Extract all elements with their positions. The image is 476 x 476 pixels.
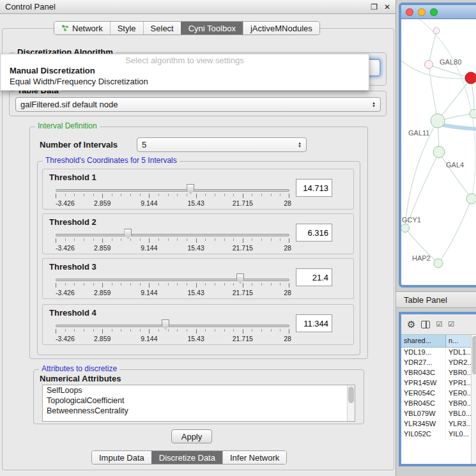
table-row[interactable]: YIL052CYIL0...: [401, 429, 476, 440]
threshold-3-slider[interactable]: -3.426 2.859 9.144 15.43 21.715 28: [56, 273, 289, 297]
threshold-2-value-input[interactable]: [296, 224, 332, 242]
attributes-group-title: Attributes to discretize: [39, 364, 119, 373]
close-panel-icon[interactable]: ✕: [384, 3, 390, 12]
node-label: GAL4: [446, 161, 464, 169]
table-data-combo[interactable]: galFiltered.sif default node ▲▼: [15, 97, 381, 112]
table-row[interactable]: YER054CYER0...: [401, 388, 476, 399]
attributes-list[interactable]: SelfLoops TopologicalCoefficient Between…: [42, 385, 355, 422]
node-label: GAL80: [440, 58, 461, 66]
number-of-intervals-label: Number of Intervals: [40, 140, 118, 150]
tab-jactivemnodules[interactable]: jActiveMNodules: [243, 22, 319, 35]
node-gal80[interactable]: [425, 61, 433, 69]
column-header-shared-name[interactable]: shared...: [401, 335, 446, 347]
bottom-tab-bar: Impute Data Discretize Data Infer Networ…: [91, 450, 287, 464]
threshold-4-slider-thumb[interactable]: [162, 319, 169, 330]
column-selector-icon[interactable]: [421, 321, 430, 328]
select-none-icon[interactable]: ☑: [448, 320, 454, 328]
node-hap2[interactable]: [434, 259, 443, 268]
tab-jactivemnodules-label: jActiveMNodules: [250, 24, 312, 33]
minimize-traffic-light-icon[interactable]: [418, 8, 426, 16]
node-label: GCY1: [402, 216, 421, 224]
table-panel-title: Table Panel: [404, 295, 447, 305]
slider-track: [56, 234, 289, 236]
table-row[interactable]: YDL19...YDL1...: [401, 348, 476, 358]
threshold-1-value-input[interactable]: [296, 179, 332, 197]
table-toolbar: ⚙ ☑ ☑: [401, 314, 476, 335]
top-tab-bar: Network Style Select Cyni Toolbox jActiv…: [54, 21, 320, 35]
node-label: GAL11: [408, 129, 429, 137]
table-body: YDL19...YDL1... YDR27...YDR2... YBR043CY…: [401, 348, 476, 440]
threshold-2-label: Threshold 2: [49, 217, 96, 227]
apply-button-label: Apply: [181, 432, 203, 441]
node[interactable]: [466, 194, 476, 204]
apply-button[interactable]: Apply: [171, 429, 212, 443]
tab-style[interactable]: Style: [110, 22, 143, 35]
table-scrollbar[interactable]: [471, 335, 476, 464]
tab-infer-network[interactable]: Infer Network: [222, 451, 286, 464]
tab-style-label: Style: [118, 24, 136, 33]
node[interactable]: [470, 109, 476, 118]
tab-select[interactable]: Select: [143, 22, 181, 35]
node-gcy1[interactable]: [401, 224, 410, 233]
threshold-4-value-input[interactable]: [296, 314, 332, 332]
threshold-4-panel: Threshold 4 -3.426 2.859 9.144 15.43 21.…: [42, 304, 354, 345]
gear-icon[interactable]: ⚙: [407, 319, 415, 330]
number-of-intervals-value: 5: [142, 140, 146, 150]
tab-network[interactable]: Network: [54, 22, 110, 35]
float-panel-icon[interactable]: ❐: [371, 3, 378, 12]
list-item[interactable]: BetweennessCentrality: [43, 406, 355, 416]
node-label: HAP2: [412, 254, 431, 262]
node-gal11[interactable]: [431, 114, 445, 128]
dropdown-option-manual[interactable]: Manual Discretization: [1, 66, 369, 77]
tab-discretize-data[interactable]: Discretize Data: [151, 451, 222, 464]
table-row[interactable]: YDR27...YDR2...: [401, 358, 476, 368]
node-selected-red[interactable]: [465, 72, 476, 84]
network-nodes[interactable]: [401, 27, 476, 268]
threshold-2-slider-thumb[interactable]: [124, 229, 132, 239]
tab-discretize-data-label: Discretize Data: [159, 453, 215, 463]
threshold-3-value-input[interactable]: [296, 268, 332, 286]
threshold-4-label: Threshold 4: [49, 308, 96, 318]
tab-cyni-toolbox[interactable]: Cyni Toolbox: [181, 22, 243, 35]
table-row[interactable]: YBL079WYBL0...: [401, 409, 476, 419]
tab-infer-network-label: Infer Network: [230, 453, 279, 463]
table-row[interactable]: YBR043CYBR0...: [401, 368, 476, 378]
list-item[interactable]: TopologicalCoefficient: [43, 395, 355, 406]
table-panel-header: Table Panel: [396, 291, 476, 308]
threshold-2-panel: Threshold 2 -3.426 2.859 9.144 15.43 21.…: [42, 213, 354, 254]
network-canvas[interactable]: GAL80 GAL11 GAL4 GCY1 HAP2: [401, 19, 476, 282]
slider-minor-ticks: [56, 194, 289, 196]
control-panel-title: Control Panel: [5, 2, 56, 12]
attributes-list-scrollbar[interactable]: [347, 385, 355, 421]
threshold-3-slider-thumb[interactable]: [236, 273, 244, 284]
slider-track: [56, 279, 289, 281]
list-item[interactable]: SelfLoops: [43, 385, 355, 395]
dropdown-option-equal-width[interactable]: Equal Width/Frequency Discretization: [1, 77, 369, 88]
threshold-3-panel: Threshold 3 -3.426 2.859 9.144 15.43 21.…: [42, 258, 354, 299]
threshold-3-label: Threshold 3: [49, 262, 96, 272]
table-row[interactable]: YPR145WYPR1...: [401, 378, 476, 388]
slider-minor-ticks: [56, 283, 289, 286]
control-panel-titlebar: Control Panel ❐ ✕: [0, 0, 395, 14]
threshold-1-slider-thumb[interactable]: [187, 184, 194, 194]
network-view-window: GAL80 GAL11 GAL4 GCY1 HAP2: [399, 3, 476, 288]
table-row[interactable]: YLR345WYLR3...: [401, 419, 476, 429]
slider-minor-ticks: [56, 238, 289, 241]
node-gal4[interactable]: [433, 146, 445, 158]
number-of-intervals-combo[interactable]: 5 ▲▼: [137, 137, 307, 152]
threshold-2-slider[interactable]: -3.426 2.859 9.144 15.43 21.715 28: [56, 228, 289, 252]
dropdown-placeholder: Select algorithm to view settings: [1, 56, 369, 66]
algorithm-dropdown-popup: Select algorithm to view settings Manual…: [0, 54, 369, 91]
threshold-1-slider[interactable]: -3.426 2.859 9.144 15.43 21.715 28: [56, 183, 289, 208]
table-row[interactable]: YBR045CYBR0...: [401, 399, 476, 409]
numerical-attributes-label: Numerical Attributes: [40, 374, 121, 383]
slider-track: [56, 189, 289, 192]
threshold-4-slider[interactable]: -3.426 2.859 9.144 15.43 21.715 28: [56, 319, 289, 343]
tab-cyni-toolbox-label: Cyni Toolbox: [188, 24, 236, 33]
select-all-icon[interactable]: ☑: [436, 320, 442, 328]
node[interactable]: [433, 27, 440, 34]
zoom-traffic-light-icon[interactable]: [430, 8, 438, 16]
close-traffic-light-icon[interactable]: [406, 8, 413, 16]
app-window: Control Panel ❐ ✕ Network Style Select C…: [0, 0, 476, 476]
tab-impute-data[interactable]: Impute Data: [92, 451, 151, 464]
